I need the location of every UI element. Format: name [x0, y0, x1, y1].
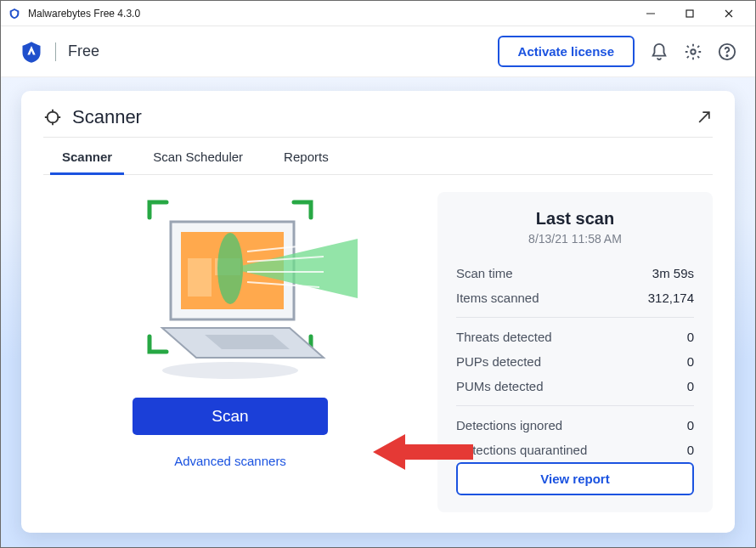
scan-button[interactable]: Scan: [133, 398, 328, 435]
advanced-scanners-link[interactable]: Advanced scanners: [174, 454, 286, 468]
title-bar: Malwarebytes Free 4.3.0: [1, 1, 755, 26]
divider: [456, 317, 694, 318]
page-background: Scanner ScannerScan SchedulerReports: [1, 77, 755, 547]
stat-row: Scan time3m 59s: [456, 261, 694, 285]
stat-label: Scan time: [456, 266, 513, 280]
stat-label: PUPs detected: [456, 354, 541, 369]
tab-scanner[interactable]: Scanner: [59, 150, 116, 174]
app-logo-icon: [8, 7, 21, 20]
last-scan-title: Last scan: [456, 209, 694, 229]
gear-icon[interactable]: [684, 42, 702, 61]
window-controls: [631, 1, 748, 25]
maximize-button[interactable]: [670, 1, 709, 25]
stat-label: Items scanned: [456, 291, 539, 305]
close-button[interactable]: [709, 1, 748, 25]
card-header: Scanner: [43, 106, 713, 137]
stat-row: Detections quarantined0: [456, 438, 694, 462]
card-title: Scanner: [72, 106, 142, 128]
stat-row: Detections ignored0: [456, 413, 694, 438]
tier-label: Free: [68, 42, 99, 60]
stat-value: 312,174: [648, 291, 694, 305]
scanner-card: Scanner ScannerScan SchedulerReports: [21, 91, 735, 533]
brand: Free: [20, 40, 99, 64]
app-window: Malwarebytes Free 4.3.0 Free Activate li…: [0, 0, 756, 548]
tabs: ScannerScan SchedulerReports: [43, 138, 713, 175]
stat-value: 0: [687, 330, 694, 344]
stat-label: Threats detected: [456, 330, 552, 344]
divider: [456, 405, 694, 406]
scan-panel: Scan Advanced scanners: [43, 192, 417, 468]
stat-value: 0: [687, 443, 694, 457]
last-scan-panel: Last scan 8/13/21 11:58 AM Scan time3m 5…: [437, 192, 713, 512]
bell-icon[interactable]: [650, 42, 669, 61]
crosshair-icon: [43, 108, 62, 127]
stat-value: 0: [687, 379, 694, 393]
stat-label: Detections quarantined: [456, 443, 587, 457]
stat-row: Threats detected0: [456, 325, 694, 349]
stat-value: 0: [687, 418, 694, 432]
brand-divider: [55, 42, 56, 61]
stat-row: PUMs detected0: [456, 374, 694, 398]
view-report-button[interactable]: View report: [456, 462, 694, 495]
stat-row: Items scanned312,174: [456, 285, 694, 310]
scan-illustration: [103, 192, 358, 387]
svg-point-1: [691, 49, 696, 54]
stat-row: PUPs detected0: [456, 349, 694, 374]
app-header: Free Activate license: [1, 26, 755, 77]
card-content: Scan Advanced scanners Last scan 8/13/21…: [43, 175, 713, 512]
collapse-icon[interactable]: [696, 109, 713, 126]
tab-reports[interactable]: Reports: [280, 150, 332, 174]
svg-rect-10: [188, 258, 212, 297]
svg-rect-0: [686, 10, 693, 17]
svg-point-3: [726, 54, 727, 55]
minimize-button[interactable]: [631, 1, 670, 25]
window-title: Malwarebytes Free 4.3.0: [28, 8, 140, 20]
stat-value: 3m 59s: [652, 266, 694, 280]
activate-license-button[interactable]: Activate license: [498, 36, 635, 67]
svg-point-4: [48, 112, 59, 123]
last-scan-timestamp: 8/13/21 11:58 AM: [456, 232, 694, 246]
svg-point-5: [162, 362, 298, 379]
brand-logo-icon: [20, 40, 43, 64]
stat-value: 0: [687, 354, 694, 369]
stat-label: PUMs detected: [456, 379, 544, 393]
tab-scan-scheduler[interactable]: Scan Scheduler: [150, 150, 246, 174]
stat-label: Detections ignored: [456, 418, 562, 432]
svg-point-13: [217, 233, 243, 304]
help-icon[interactable]: [718, 42, 736, 61]
